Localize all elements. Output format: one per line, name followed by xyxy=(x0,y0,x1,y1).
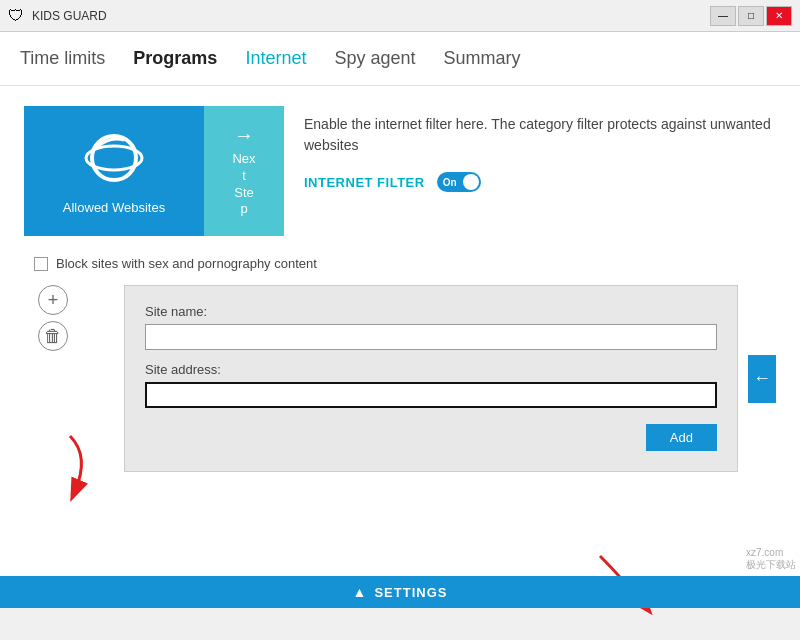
site-name-input[interactable] xyxy=(145,324,717,350)
tiles-container: Allowed Websites → Nex t Ste p xyxy=(24,106,284,236)
site-name-label: Site name: xyxy=(145,304,717,319)
svg-point-1 xyxy=(86,146,142,170)
tab-programs[interactable]: Programs xyxy=(133,44,217,73)
shield-icon: 🛡 xyxy=(8,7,26,25)
add-site-button[interactable]: + xyxy=(38,285,68,315)
pornography-checkbox[interactable] xyxy=(34,257,48,271)
ie-tile-label: Allowed Websites xyxy=(57,200,171,215)
next-arrow-icon: → xyxy=(234,124,254,147)
main-window: Time limits Programs Internet Spy agent … xyxy=(0,32,800,608)
maximize-button[interactable]: □ xyxy=(738,6,764,26)
ie-icon xyxy=(84,128,144,196)
titlebar: 🛡 KIDS GUARD — □ ✕ xyxy=(0,0,800,32)
titlebar-controls: — □ ✕ xyxy=(710,6,792,26)
pornography-checkbox-row[interactable]: Block sites with sex and pornography con… xyxy=(24,256,776,271)
watermark-text: 极光下载站 xyxy=(746,558,796,572)
description-text: Enable the internet filter here. The cat… xyxy=(304,114,776,156)
top-section: Allowed Websites → Nex t Ste p Enable th… xyxy=(24,106,776,236)
add-button[interactable]: Add xyxy=(646,424,717,451)
watermark: xz7.com 极光下载站 xyxy=(746,547,796,572)
ie-tile[interactable]: Allowed Websites xyxy=(24,106,204,236)
settings-chevron-icon: ▲ xyxy=(353,584,367,600)
internet-filter-label: INTERNET FILTER xyxy=(304,175,425,190)
next-step-label: Nex t Ste p xyxy=(232,151,255,219)
delete-site-button[interactable]: 🗑 xyxy=(38,321,68,351)
watermark-url: xz7.com xyxy=(746,547,796,558)
settings-label: SETTINGS xyxy=(374,585,447,600)
svg-point-0 xyxy=(92,136,136,180)
left-arrow-icon: ← xyxy=(753,368,771,389)
form-area: Site name: Site address: Add ← xyxy=(74,285,776,472)
pornography-checkbox-label: Block sites with sex and pornography con… xyxy=(56,256,317,271)
toggle-knob xyxy=(463,174,479,190)
plus-icon: + xyxy=(48,290,59,311)
site-address-label: Site address: xyxy=(145,362,717,377)
close-button[interactable]: ✕ xyxy=(766,6,792,26)
side-buttons: + 🗑 xyxy=(38,285,68,351)
settings-bar[interactable]: ▲ SETTINGS xyxy=(0,576,800,608)
filter-toggle-row: INTERNET FILTER On xyxy=(304,172,776,192)
next-step-tile[interactable]: → Nex t Ste p xyxy=(204,106,284,236)
description-panel: Enable the internet filter here. The cat… xyxy=(304,106,776,236)
right-arrow-panel[interactable]: ← xyxy=(748,355,776,403)
nav-tabs: Time limits Programs Internet Spy agent … xyxy=(0,32,800,86)
form-section: + 🗑 Site name: Site address: Add xyxy=(24,285,776,472)
tab-time-limits[interactable]: Time limits xyxy=(20,44,105,73)
main-content: Allowed Websites → Nex t Ste p Enable th… xyxy=(0,86,800,492)
minimize-button[interactable]: — xyxy=(710,6,736,26)
tab-summary[interactable]: Summary xyxy=(443,44,520,73)
trash-icon: 🗑 xyxy=(44,326,62,347)
app-title: KIDS GUARD xyxy=(32,9,107,23)
form-panel: Site name: Site address: Add xyxy=(124,285,738,472)
internet-filter-toggle[interactable]: On xyxy=(437,172,481,192)
site-address-input[interactable] xyxy=(145,382,717,408)
tab-internet[interactable]: Internet xyxy=(245,44,306,73)
tab-spy-agent[interactable]: Spy agent xyxy=(334,44,415,73)
titlebar-left: 🛡 KIDS GUARD xyxy=(8,7,107,25)
toggle-on-text: On xyxy=(439,177,457,188)
